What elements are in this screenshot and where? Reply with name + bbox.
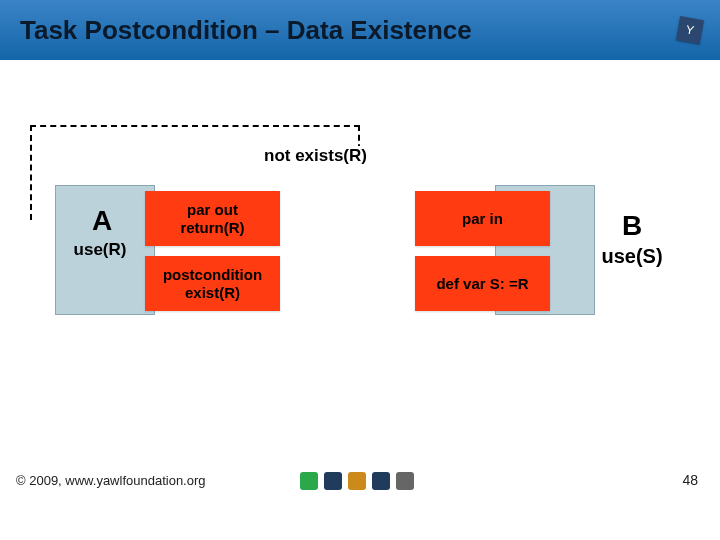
yawl-logo-icon: Y — [676, 16, 704, 44]
right-red-column: par in def var S: =R — [415, 191, 550, 311]
task-b-name: B — [572, 210, 692, 242]
left-red-column: par out return(R) postcondition exist(R) — [145, 191, 280, 311]
footer-icon-row — [300, 472, 414, 490]
logo-letter-icon — [324, 472, 342, 490]
task-b-sub: use(S) — [572, 245, 692, 268]
task-a-sub: use(R) — [60, 240, 140, 260]
par-in-box: par in — [415, 191, 550, 246]
logo-letter-icon — [396, 472, 414, 490]
task-a-name: A — [72, 205, 132, 237]
play-icon — [300, 472, 318, 490]
copyright-text: © 2009, www.yawlfoundation.org — [16, 473, 206, 488]
par-out-box: par out return(R) — [145, 191, 280, 246]
postcondition-box: postcondition exist(R) — [145, 256, 280, 311]
page-number: 48 — [682, 472, 698, 488]
logo-letter-icon — [372, 472, 390, 490]
logo-letter-icon — [348, 472, 366, 490]
slide-title: Task Postcondition – Data Existence — [20, 15, 472, 46]
slide-header: Task Postcondition – Data Existence Y — [0, 0, 720, 60]
def-var-box: def var S: =R — [415, 256, 550, 311]
not-exists-label: not exists(R) — [260, 146, 371, 166]
slide-body: not exists(R) A use(R) par out return(R)… — [0, 60, 720, 500]
